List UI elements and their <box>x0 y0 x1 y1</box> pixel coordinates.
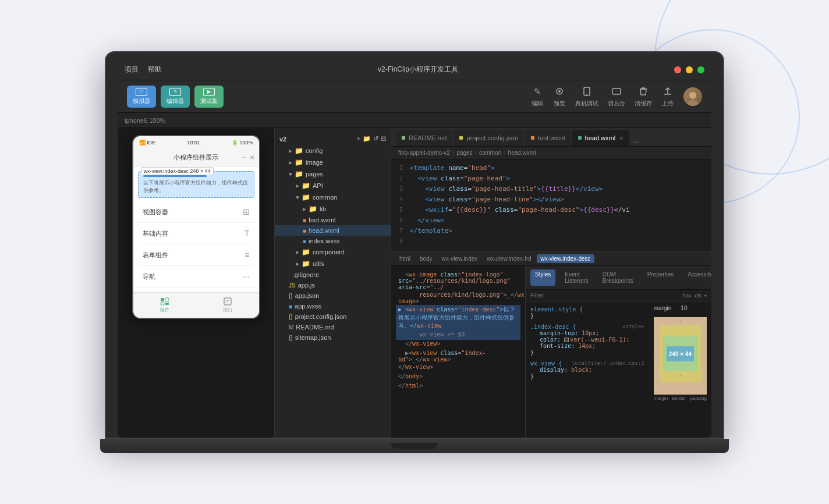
phone-tab-component[interactable]: 组件 <box>133 293 196 318</box>
tab-properties[interactable]: Properties <box>643 269 679 286</box>
tree-item-gitignore[interactable]: · .gitignore <box>275 269 391 280</box>
toolbar: □ 模拟器 ✎ 编辑器 ▶ 测试集 <box>118 80 711 113</box>
phone-preview: 📶 IDE 10:01 🔋 100% 小程序组件展示 ··· ✕ <box>118 128 274 438</box>
tree-item-api[interactable]: ▶ 📁 API <box>275 180 391 191</box>
tab-more-button[interactable]: ··· <box>633 137 640 146</box>
svg-point-5 <box>689 92 696 99</box>
tab-accessibility[interactable]: Accessibility <box>683 269 711 286</box>
tree-item-common[interactable]: ▶ 📁 common <box>275 191 391 203</box>
refresh-icon[interactable]: ↺ <box>373 135 378 143</box>
clear-cache-icon <box>637 85 650 98</box>
new-folder-icon[interactable]: 📁 <box>363 135 371 143</box>
html-bc-wx-index-hd[interactable]: wx-view.index-hd <box>483 254 534 263</box>
code-line-1: 1 <template name="head"> <box>391 164 711 175</box>
tree-item-utils[interactable]: ▶ 📁 utils <box>275 258 391 269</box>
tab-dom-breakpoints[interactable]: DOM Breakpoints <box>598 269 638 286</box>
tree-item-config[interactable]: ▶ 📁 config <box>275 145 391 157</box>
clear-cache-action[interactable]: 清缓存 <box>635 85 652 108</box>
app-title: v2-FinClip小程序开发工具 <box>162 65 674 74</box>
laptop-screen: 项目 帮助 v2-FinClip小程序开发工具 □ <box>118 59 711 438</box>
tree-item-app-json[interactable]: {} app.json <box>275 290 391 301</box>
style-source-1: localfile:/.index.css:2 <box>572 360 644 366</box>
tree-item-project-json[interactable]: {} project.config.json <box>275 311 391 322</box>
box-labels: margin border padding <box>654 396 707 401</box>
menu-item-1[interactable]: 基础内容 T <box>138 223 254 244</box>
arrow-lib: ▶ <box>303 207 306 212</box>
preview-action[interactable]: 预览 <box>553 85 566 108</box>
phone-close-icon[interactable]: ✕ <box>250 154 254 161</box>
filter-input[interactable] <box>530 292 676 299</box>
tab-foot-wxml[interactable]: foot.wxml <box>525 130 571 146</box>
file-name-app-json: app.json <box>295 292 320 299</box>
code-content-7: </template> <box>410 227 711 235</box>
tab-close-head[interactable]: ✕ <box>619 135 623 141</box>
editor-button[interactable]: ✎ 编辑器 <box>161 86 190 108</box>
user-avatar[interactable] <box>683 87 702 106</box>
editor-tab-bar: README.md project.config.json foot.wxml <box>391 128 711 147</box>
json-icon-project: {} <box>289 314 293 320</box>
test-label: 测试集 <box>200 97 218 105</box>
code-line-8: 8 <box>391 237 711 248</box>
filter-hint-cls[interactable]: .cls <box>693 293 702 299</box>
line-num-5: 5 <box>391 206 410 213</box>
test-icon: ▶ <box>203 88 215 96</box>
collapse-icon[interactable]: ⊟ <box>381 135 386 143</box>
tab-head-wxml[interactable]: head.wxml ✕ <box>572 130 630 146</box>
minimize-button[interactable] <box>686 66 693 73</box>
new-file-icon[interactable]: + <box>357 135 360 143</box>
wxml-icon-head: ■ <box>303 228 306 234</box>
html-bc-wx-index-desc[interactable]: wx-view.index-desc <box>537 254 594 263</box>
md-icon-readme: M <box>289 324 293 331</box>
upload-action[interactable]: 上传 <box>661 85 674 108</box>
menu-item-3[interactable]: 导航 ··· <box>138 266 254 288</box>
tree-item-head-wxml[interactable]: ■ head.wxml <box>275 225 391 236</box>
tab-event-listeners[interactable]: Event Listeners <box>560 269 593 286</box>
phone-frame: 📶 IDE 10:01 🔋 100% 小程序组件展示 ··· ✕ <box>132 135 260 319</box>
wx-view-selector: wx-view { localfile:/.index.css:2 <box>530 360 644 367</box>
box-border: - - 240 × 44 <box>660 325 701 382</box>
tree-item-readme[interactable]: M README.md <box>275 322 391 332</box>
menu-item-label-0: 视图容器 <box>143 208 168 216</box>
code-area[interactable]: 1 <template name="head"> 2 <view class="… <box>391 159 711 251</box>
test-button[interactable]: ▶ 测试集 <box>194 86 224 108</box>
filter-hint-hov[interactable]: :hov <box>681 293 691 299</box>
simulator-button[interactable]: □ 模拟器 <box>127 86 156 108</box>
tree-item-foot-wxml[interactable]: ■ foot.wxml <box>275 215 391 225</box>
edit-action[interactable]: ✎ 编辑 <box>531 85 544 108</box>
wxss-icon-app: ■ <box>289 303 292 310</box>
html-bc-body[interactable]: body <box>416 254 436 263</box>
folder-icon-utils: 📁 <box>302 260 310 268</box>
tree-item-app-js[interactable]: JS app.js <box>275 280 391 290</box>
html-code-4: ▶<wx-view class="index-bd">_</wx-view> <box>398 350 518 363</box>
menu-item-project[interactable]: 项目 <box>125 65 139 74</box>
maximize-button[interactable] <box>697 66 704 73</box>
menu-item-0[interactable]: 视图容器 ⊞ <box>138 201 254 223</box>
tab-readme[interactable]: README.md <box>396 130 452 146</box>
tree-item-image[interactable]: ▶ 📁 image <box>275 157 391 168</box>
tab-styles[interactable]: Styles <box>530 269 555 286</box>
filter-hint-plus[interactable]: + <box>704 293 707 299</box>
html-bc-html[interactable]: html <box>396 254 414 263</box>
file-name-head-wxml: head.wxml <box>309 227 339 234</box>
tree-item-lib[interactable]: ▶ 📁 lib <box>275 203 391 215</box>
tree-item-sitemap[interactable]: {} sitemap.json <box>275 332 391 343</box>
phone-tab-interface[interactable]: 接口 <box>196 293 259 318</box>
tab-project-json[interactable]: project.config.json <box>454 130 524 146</box>
phone-more-icon[interactable]: ··· <box>241 154 246 161</box>
styles-filter: :hov .cls + <box>526 290 711 301</box>
tree-item-pages[interactable]: ▶ 📁 pages <box>275 168 391 180</box>
tree-item-index-wxss[interactable]: ■ index.wxss <box>275 236 391 246</box>
window-controls <box>674 66 704 73</box>
tree-item-component[interactable]: ▶ 📁 component <box>275 246 391 258</box>
line-num-6: 6 <box>391 216 410 223</box>
html-bc-wx-index[interactable]: wx-view.index <box>438 254 481 263</box>
file-name-gitignore: .gitignore <box>293 271 319 278</box>
tree-item-app-wxss[interactable]: ■ app.wxss <box>275 301 391 311</box>
menu-item-2[interactable]: 表单组件 ≡ <box>138 244 254 266</box>
menu-item-help[interactable]: 帮助 <box>148 65 162 74</box>
tab-label-readme: README.md <box>409 134 447 141</box>
background-action[interactable]: 切后台 <box>608 85 625 108</box>
device-debug-action[interactable]: 真机调试 <box>575 85 598 108</box>
close-button[interactable] <box>674 66 681 73</box>
background-label: 切后台 <box>608 100 625 108</box>
